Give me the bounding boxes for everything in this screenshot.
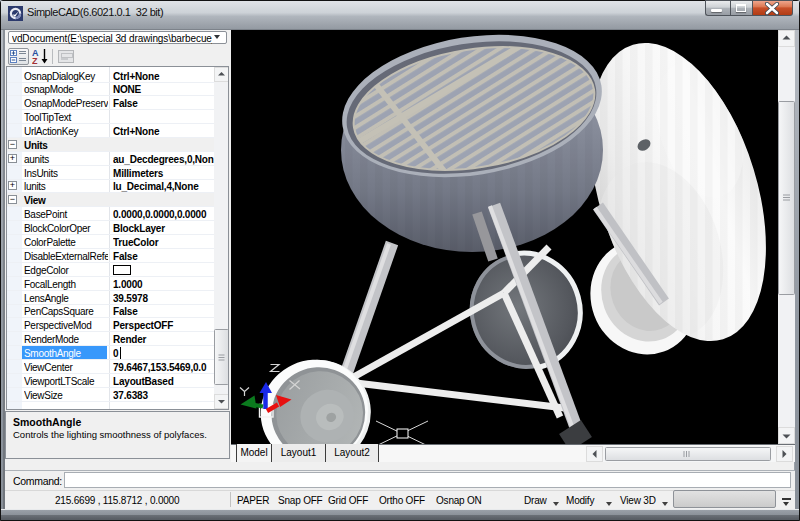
svg-text:Z: Z: [32, 56, 38, 65]
